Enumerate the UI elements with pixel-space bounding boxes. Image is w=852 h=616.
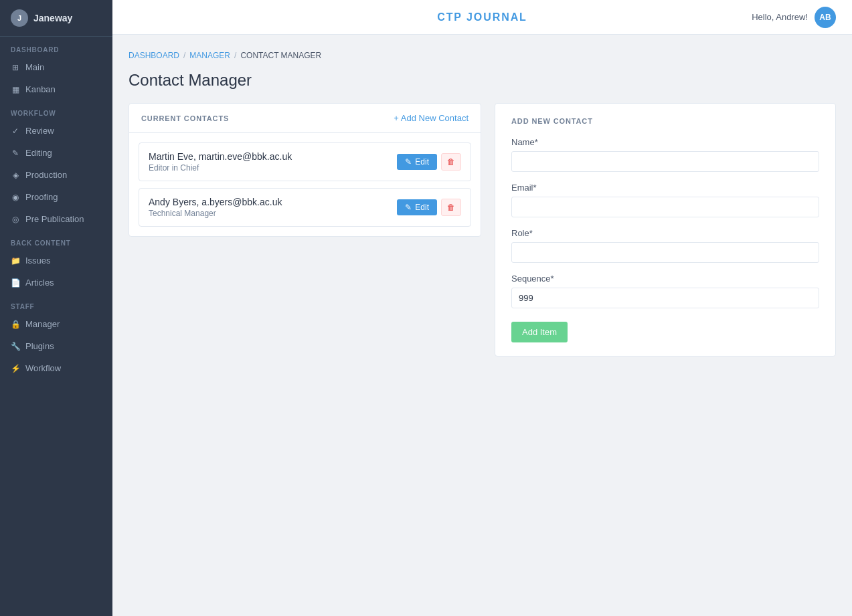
breadcrumb-current: CONTACT MANAGER [240, 51, 321, 60]
greeting-text: Hello, Andrew! [752, 12, 808, 22]
add-contact-title: ADD NEW CONTACT [511, 117, 819, 125]
file-icon: 📄 [11, 278, 20, 288]
contact-card-0: Martin Eve, martin.eve@bbk.ac.uk Editor … [139, 142, 471, 181]
role-label: Role* [511, 228, 819, 238]
prepub-icon: ◎ [11, 215, 20, 224]
role-input[interactable] [511, 242, 819, 263]
sidebar-item-production[interactable]: ◈ Production [0, 164, 112, 186]
breadcrumb-sep2: / [234, 51, 236, 60]
email-input[interactable] [511, 197, 819, 217]
breadcrumb-manager[interactable]: MANAGER [189, 51, 230, 60]
trash-icon-0: 🗑 [447, 157, 455, 167]
delete-contact-0-button[interactable]: 🗑 [441, 153, 461, 171]
contact-info-0: Martin Eve, martin.eve@bbk.ac.uk Editor … [149, 151, 292, 173]
role-form-group: Role* [511, 228, 819, 263]
sidebar-item-label: Manager [25, 319, 60, 329]
sidebar-section-dashboard: DASHBOARD [0, 37, 112, 56]
contact-name-0: Martin Eve, martin.eve@bbk.ac.uk [149, 151, 292, 162]
main-area: CTP JOURNAL Hello, Andrew! AB DASHBOARD … [112, 0, 852, 616]
journal-title: CTP JOURNAL [437, 11, 527, 23]
sidebar-item-label: Articles [25, 278, 54, 288]
sidebar-section-back-content: BACK CONTENT [0, 230, 112, 249]
trash-icon-1: 🗑 [447, 203, 455, 212]
sidebar-item-manager[interactable]: 🔒 Manager [0, 313, 112, 335]
sidebar-item-workflow[interactable]: ⚡ Workflow [0, 357, 112, 379]
lock-icon: 🔒 [11, 320, 20, 329]
sidebar-item-plugins[interactable]: 🔧 Plugins [0, 335, 112, 357]
sidebar-item-main[interactable]: ⊞ Main [0, 56, 112, 78]
sidebar-item-label: Workflow [25, 363, 61, 373]
check-icon: ✓ [11, 126, 20, 136]
contacts-panel-header: CURRENT CONTACTS + Add New Contact [129, 104, 481, 133]
contact-role-1: Technical Manager [149, 209, 282, 218]
pencil-icon: ✎ [11, 148, 20, 158]
sidebar-item-editing[interactable]: ✎ Editing [0, 142, 112, 164]
lightning-icon: ⚡ [11, 364, 20, 373]
sidebar-item-label: Main [25, 62, 44, 72]
edit-contact-1-button[interactable]: ✎ Edit [397, 199, 437, 215]
wrench-icon: 🔧 [11, 342, 20, 351]
avatar: AB [815, 7, 836, 28]
sidebar-item-label: Kanban [25, 84, 56, 94]
name-input[interactable] [511, 151, 819, 172]
topnav: CTP JOURNAL Hello, Andrew! AB [112, 0, 852, 35]
sidebar-logo[interactable]: J Janeway [0, 0, 112, 37]
name-label: Name* [511, 137, 819, 147]
logo-icon: J [11, 9, 28, 27]
contacts-panel: CURRENT CONTACTS + Add New Contact Marti… [129, 103, 481, 237]
sidebar-item-articles[interactable]: 📄 Articles [0, 272, 112, 294]
proofing-icon: ◉ [11, 193, 20, 202]
sidebar-item-prepublication[interactable]: ◎ Pre Publication [0, 208, 112, 230]
sidebar: J Janeway DASHBOARD ⊞ Main ▦ Kanban WORK… [0, 0, 112, 616]
sidebar-item-issues[interactable]: 📁 Issues [0, 249, 112, 272]
logo-text: Janeway [33, 13, 72, 23]
folder-icon: 📁 [11, 256, 20, 266]
contact-actions-0: ✎ Edit 🗑 [397, 153, 461, 171]
contact-name-1: Andy Byers, a.byers@bbk.ac.uk [149, 197, 282, 207]
sidebar-item-label: Production [25, 170, 67, 180]
sequence-label: Sequence* [511, 274, 819, 284]
sequence-form-group: Sequence* [511, 274, 819, 308]
sidebar-item-kanban[interactable]: ▦ Kanban [0, 78, 112, 100]
sidebar-item-label: Issues [25, 255, 51, 266]
contact-role-0: Editor in Chief [149, 163, 292, 173]
contact-info-1: Andy Byers, a.byers@bbk.ac.uk Technical … [149, 197, 282, 218]
production-icon: ◈ [11, 171, 20, 180]
edit-icon-1: ✎ [405, 203, 412, 212]
grid-icon: ⊞ [11, 63, 20, 72]
sidebar-item-label: Proofing [25, 192, 58, 202]
page-title: Contact Manager [129, 71, 836, 90]
content-area: DASHBOARD / MANAGER / CONTACT MANAGER Co… [112, 35, 852, 616]
email-label: Email* [511, 183, 819, 193]
contact-actions-1: ✎ Edit 🗑 [397, 199, 461, 216]
breadcrumb-dashboard[interactable]: DASHBOARD [129, 51, 179, 60]
delete-contact-1-button[interactable]: 🗑 [441, 199, 461, 216]
add-new-contact-link[interactable]: + Add New Contact [394, 113, 468, 123]
sidebar-item-review[interactable]: ✓ Review [0, 120, 112, 142]
sidebar-item-proofing[interactable]: ◉ Proofing [0, 186, 112, 208]
contact-card-1: Andy Byers, a.byers@bbk.ac.uk Technical … [139, 188, 471, 227]
kanban-icon: ▦ [11, 85, 20, 94]
edit-icon: ✎ [405, 157, 412, 167]
name-form-group: Name* [511, 137, 819, 172]
add-item-button[interactable]: Add Item [511, 322, 568, 342]
contacts-list: Martin Eve, martin.eve@bbk.ac.uk Editor … [129, 133, 481, 236]
sidebar-item-label: Plugins [25, 341, 54, 351]
sidebar-section-staff: STAFF [0, 294, 112, 313]
contacts-panel-title: CURRENT CONTACTS [141, 114, 229, 122]
breadcrumb-sep1: / [183, 51, 185, 60]
sidebar-item-label: Editing [25, 148, 52, 158]
sidebar-item-label: Pre Publication [25, 214, 84, 224]
add-contact-panel: ADD NEW CONTACT Name* Email* Role* Seque… [495, 103, 836, 356]
sidebar-item-label: Review [25, 126, 54, 136]
sidebar-section-workflow: WORKFLOW [0, 100, 112, 120]
email-form-group: Email* [511, 183, 819, 217]
two-col-layout: CURRENT CONTACTS + Add New Contact Marti… [129, 103, 836, 356]
edit-contact-0-button[interactable]: ✎ Edit [397, 154, 437, 170]
topnav-user: Hello, Andrew! AB [752, 7, 836, 28]
sequence-input[interactable] [511, 288, 819, 308]
breadcrumb: DASHBOARD / MANAGER / CONTACT MANAGER [129, 51, 836, 60]
